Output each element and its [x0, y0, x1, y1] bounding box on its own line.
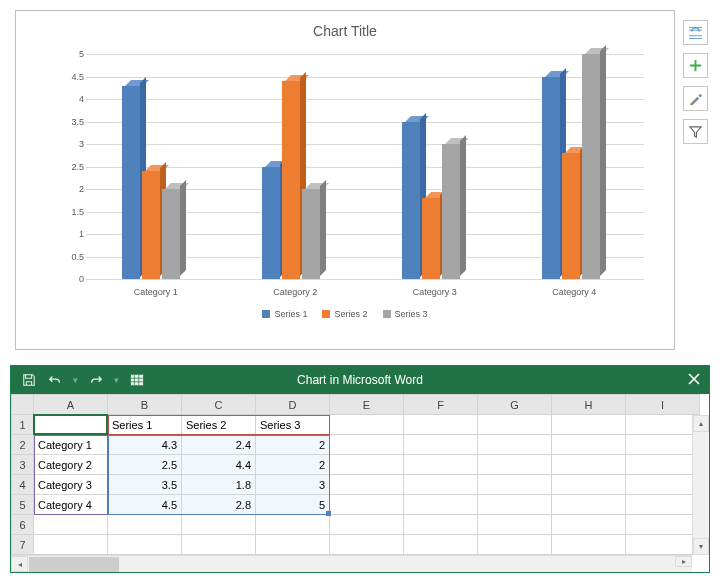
- cell-F4[interactable]: [404, 475, 478, 495]
- row-header-7[interactable]: 7: [12, 535, 34, 555]
- cell-G2[interactable]: [478, 435, 552, 455]
- spreadsheet-area[interactable]: ABCDEFGHI1Series 1Series 2Series 32Categ…: [11, 394, 709, 572]
- cell-B4[interactable]: 3.5: [108, 475, 182, 495]
- scroll-left-button[interactable]: ◂: [11, 556, 28, 572]
- cell-E1[interactable]: [330, 415, 404, 435]
- select-all-corner[interactable]: [12, 395, 34, 415]
- chart-styles-button[interactable]: [683, 86, 708, 111]
- row-header-4[interactable]: 4: [12, 475, 34, 495]
- cell-G6[interactable]: [478, 515, 552, 535]
- cell-G3[interactable]: [478, 455, 552, 475]
- scroll-thumb[interactable]: [29, 557, 119, 572]
- col-header-I[interactable]: I: [626, 395, 700, 415]
- cell-F7[interactable]: [404, 535, 478, 555]
- cell-B1[interactable]: Series 1: [108, 415, 182, 435]
- cell-H2[interactable]: [552, 435, 626, 455]
- row-header-2[interactable]: 2: [12, 435, 34, 455]
- cell-H5[interactable]: [552, 495, 626, 515]
- cell-G1[interactable]: [478, 415, 552, 435]
- bar-group[interactable]: [402, 122, 460, 280]
- bar-series-3[interactable]: [302, 189, 320, 279]
- cell-G5[interactable]: [478, 495, 552, 515]
- cell-D4[interactable]: 3: [256, 475, 330, 495]
- chart-container[interactable]: Chart Title 00.511.522.533.544.55 Catego…: [15, 10, 675, 350]
- data-grid[interactable]: ABCDEFGHI1Series 1Series 2Series 32Categ…: [11, 394, 700, 555]
- cell-I2[interactable]: [626, 435, 700, 455]
- bar-group[interactable]: [122, 86, 180, 280]
- bar-series-1[interactable]: [122, 86, 140, 280]
- cell-F5[interactable]: [404, 495, 478, 515]
- col-header-E[interactable]: E: [330, 395, 404, 415]
- bar-series-3[interactable]: [162, 189, 180, 279]
- bar-series-1[interactable]: [402, 122, 420, 280]
- cell-E6[interactable]: [330, 515, 404, 535]
- col-header-C[interactable]: C: [182, 395, 256, 415]
- bar-group[interactable]: [542, 54, 600, 279]
- cell-A4[interactable]: Category 3: [34, 475, 108, 495]
- cell-H3[interactable]: [552, 455, 626, 475]
- cell-D5[interactable]: 5: [256, 495, 330, 515]
- bar-series-2[interactable]: [282, 81, 300, 279]
- chart-title[interactable]: Chart Title: [16, 11, 674, 44]
- layout-options-button[interactable]: [683, 20, 708, 45]
- cell-G4[interactable]: [478, 475, 552, 495]
- horizontal-scrollbar[interactable]: ◂ ▸: [11, 555, 692, 572]
- cell-A1[interactable]: [34, 415, 108, 435]
- chart-legend[interactable]: Series 1 Series 2 Series 3: [16, 309, 674, 319]
- cell-H1[interactable]: [552, 415, 626, 435]
- col-header-G[interactable]: G: [478, 395, 552, 415]
- cell-E2[interactable]: [330, 435, 404, 455]
- chart-plot-area[interactable]: 00.511.522.533.544.55: [86, 54, 644, 279]
- chart-elements-button[interactable]: [683, 53, 708, 78]
- bar-series-3[interactable]: [582, 54, 600, 279]
- chart-filters-button[interactable]: [683, 119, 708, 144]
- cell-D2[interactable]: 2: [256, 435, 330, 455]
- cell-I6[interactable]: [626, 515, 700, 535]
- save-button[interactable]: [21, 372, 37, 388]
- bar-series-1[interactable]: [262, 167, 280, 280]
- cell-C7[interactable]: [182, 535, 256, 555]
- cell-A3[interactable]: Category 2: [34, 455, 108, 475]
- cell-B2[interactable]: 4.3: [108, 435, 182, 455]
- cell-A2[interactable]: Category 1: [34, 435, 108, 455]
- cell-C5[interactable]: 2.8: [182, 495, 256, 515]
- bar-group[interactable]: [262, 81, 320, 279]
- scroll-down-button[interactable]: ▾: [693, 538, 709, 555]
- excel-titlebar[interactable]: ▾ ▾ Chart in Microsoft Word: [11, 366, 709, 394]
- cell-C4[interactable]: 1.8: [182, 475, 256, 495]
- col-header-B[interactable]: B: [108, 395, 182, 415]
- col-header-F[interactable]: F: [404, 395, 478, 415]
- cell-B5[interactable]: 4.5: [108, 495, 182, 515]
- cell-E3[interactable]: [330, 455, 404, 475]
- cell-F2[interactable]: [404, 435, 478, 455]
- cell-I7[interactable]: [626, 535, 700, 555]
- row-header-1[interactable]: 1: [12, 415, 34, 435]
- cell-B7[interactable]: [108, 535, 182, 555]
- row-header-6[interactable]: 6: [12, 515, 34, 535]
- bar-series-1[interactable]: [542, 77, 560, 280]
- cell-I3[interactable]: [626, 455, 700, 475]
- cell-C6[interactable]: [182, 515, 256, 535]
- cell-A7[interactable]: [34, 535, 108, 555]
- cell-A6[interactable]: [34, 515, 108, 535]
- cell-C1[interactable]: Series 2: [182, 415, 256, 435]
- redo-button[interactable]: [88, 372, 104, 388]
- legend-item-series1[interactable]: Series 1: [262, 309, 307, 319]
- cell-I5[interactable]: [626, 495, 700, 515]
- row-header-3[interactable]: 3: [12, 455, 34, 475]
- cell-B6[interactable]: [108, 515, 182, 535]
- cell-F1[interactable]: [404, 415, 478, 435]
- cell-A5[interactable]: Category 4: [34, 495, 108, 515]
- scroll-right-button[interactable]: ▸: [675, 556, 692, 567]
- scroll-up-button[interactable]: ▴: [693, 415, 709, 432]
- close-button[interactable]: [687, 372, 701, 389]
- cell-D6[interactable]: [256, 515, 330, 535]
- cell-E7[interactable]: [330, 535, 404, 555]
- cell-D1[interactable]: Series 3: [256, 415, 330, 435]
- col-header-H[interactable]: H: [552, 395, 626, 415]
- legend-item-series3[interactable]: Series 3: [383, 309, 428, 319]
- cell-D3[interactable]: 2: [256, 455, 330, 475]
- cell-C2[interactable]: 2.4: [182, 435, 256, 455]
- cell-I1[interactable]: [626, 415, 700, 435]
- cell-B3[interactable]: 2.5: [108, 455, 182, 475]
